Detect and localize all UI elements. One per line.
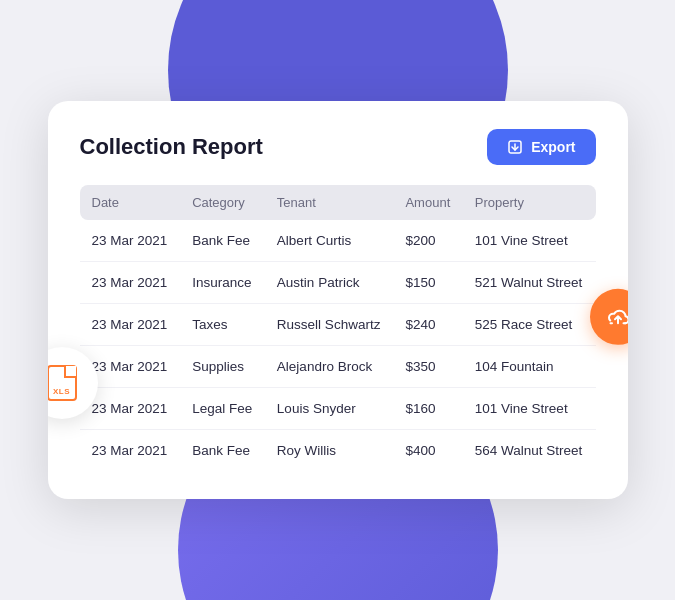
cell-tenant: Louis Snyder [265,388,394,430]
xls-file-icon: XLS [48,365,77,401]
col-header-property: Property [463,185,596,220]
cell-category: Legal Fee [180,388,265,430]
cell-amount: $200 [393,220,462,262]
col-header-tenant: Tenant [265,185,394,220]
table-row: 23 Mar 2021InsuranceAustin Patrick$15052… [80,262,596,304]
cell-tenant: Roy Willis [265,430,394,472]
export-icon [507,139,523,155]
cell-tenant: Austin Patrick [265,262,394,304]
cell-date: 23 Mar 2021 [80,262,181,304]
table-row: 23 Mar 2021Bank FeeRoy Willis$400564 Wal… [80,430,596,472]
cell-property: 101 Vine Street [463,388,596,430]
card-header: Collection Report Export [80,129,596,165]
cell-property: 525 Race Street [463,304,596,346]
main-card: XLS Collection Report Export [48,101,628,499]
col-header-amount: Amount [393,185,462,220]
cloud-upload-icon [605,306,628,328]
col-header-date: Date [80,185,181,220]
cell-property: 521 Walnut Street [463,262,596,304]
cell-category: Supplies [180,346,265,388]
report-table: Date Category Tenant Amount Property 23 … [80,185,596,471]
cell-date: 23 Mar 2021 [80,430,181,472]
cell-tenant: Alejandro Brock [265,346,394,388]
cell-category: Bank Fee [180,220,265,262]
cell-tenant: Albert Curtis [265,220,394,262]
cell-date: 23 Mar 2021 [80,304,181,346]
xls-label: XLS [53,387,70,396]
export-button-label: Export [531,139,575,155]
xls-icon: XLS [48,365,77,401]
cell-property: 104 Fountain [463,346,596,388]
cell-property: 101 Vine Street [463,220,596,262]
cell-category: Insurance [180,262,265,304]
col-header-category: Category [180,185,265,220]
cell-tenant: Russell Schwartz [265,304,394,346]
cell-amount: $350 [393,346,462,388]
table-body: 23 Mar 2021Bank FeeAlbert Curtis$200101 … [80,220,596,471]
cell-category: Taxes [180,304,265,346]
page-title: Collection Report [80,134,263,160]
cell-amount: $160 [393,388,462,430]
table-header: Date Category Tenant Amount Property [80,185,596,220]
cell-amount: $240 [393,304,462,346]
table-row: 23 Mar 2021SuppliesAlejandro Brock$35010… [80,346,596,388]
table-header-row: Date Category Tenant Amount Property [80,185,596,220]
table-row: 23 Mar 2021Legal FeeLouis Snyder$160101 … [80,388,596,430]
table-row: 23 Mar 2021Bank FeeAlbert Curtis$200101 … [80,220,596,262]
cell-property: 564 Walnut Street [463,430,596,472]
cell-date: 23 Mar 2021 [80,220,181,262]
export-button[interactable]: Export [487,129,595,165]
cell-category: Bank Fee [180,430,265,472]
cell-amount: $150 [393,262,462,304]
cell-amount: $400 [393,430,462,472]
table-row: 23 Mar 2021TaxesRussell Schwartz$240525 … [80,304,596,346]
